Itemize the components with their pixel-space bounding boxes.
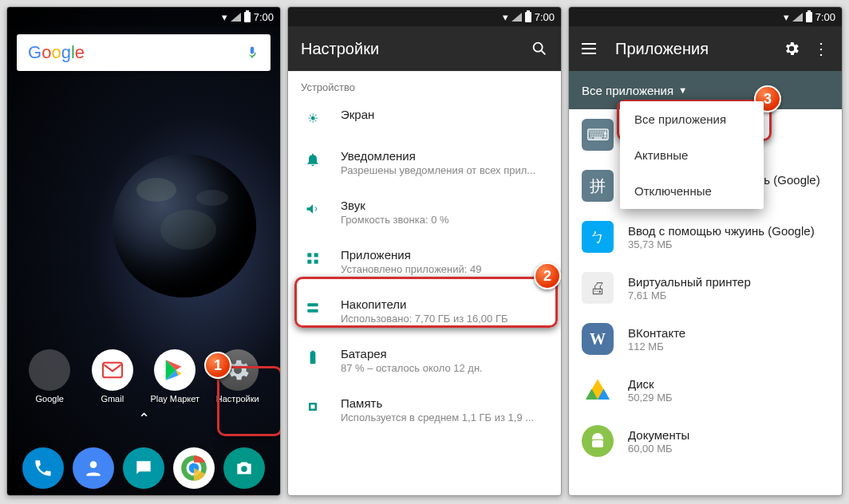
filter-option-all[interactable]: Все приложения <box>620 101 764 137</box>
row-sub: Используется в среднем 1,1 ГБ из 1,9 ... <box>341 411 534 423</box>
clock: 7:00 <box>815 11 835 23</box>
callout-1 <box>217 366 281 436</box>
wifi-icon: ▾ <box>784 11 789 23</box>
display-icon: ☀ <box>304 109 322 127</box>
clock: 7:00 <box>254 11 274 23</box>
row-title: Уведомления <box>341 149 535 163</box>
filter-option-disabled[interactable]: Отключенные <box>620 173 764 209</box>
wallpaper-planet <box>113 154 256 297</box>
row-title: ВКонтакте <box>628 326 685 340</box>
app-icon <box>582 425 614 457</box>
phone-settings: ▾ 7:00 Настройки Устройство ☀Экран Уведо… <box>287 6 562 496</box>
google-search-bar[interactable]: Google <box>17 34 270 71</box>
chevron-down-icon: ▼ <box>678 85 687 95</box>
app-gmail[interactable]: Gmail <box>85 349 140 404</box>
status-bar: ▾ 7:00 <box>7 7 280 26</box>
filter-option-active[interactable]: Активные <box>620 137 764 173</box>
dock-phone[interactable] <box>22 447 64 489</box>
app-row[interactable]: 🖨Виртуальный принтер7,61 МБ <box>569 262 842 313</box>
app-icon: 拼 <box>582 170 614 202</box>
row-display[interactable]: ☀Экран <box>288 96 561 138</box>
dock-camera[interactable] <box>223 447 265 489</box>
settings-appbar: Настройки <box>288 26 561 71</box>
row-title: Виртуальный принтер <box>628 275 751 289</box>
row-title: Ввод с помощью чжуинь (Google) <box>628 224 815 238</box>
app-row[interactable]: WВКонтакте112 МБ <box>569 313 842 364</box>
dock-contacts[interactable] <box>73 447 114 489</box>
phone-apps: ▾ 7:00 Приложения ⋮ Все приложения ▼ ⌨..… <box>568 6 843 496</box>
app-play-store[interactable]: Play Маркет <box>148 349 202 404</box>
wifi-icon: ▾ <box>503 11 508 23</box>
status-bar: ▾ 7:00 <box>569 7 842 26</box>
chevron-up-icon[interactable]: ⌃ <box>138 410 150 427</box>
battery-icon <box>525 12 531 22</box>
page-title: Приложения <box>615 40 709 58</box>
page-title: Настройки <box>301 40 379 58</box>
app-icon: W <box>582 323 614 355</box>
row-sub: Установлено приложений: 49 <box>341 263 481 275</box>
dock-chrome[interactable] <box>173 447 215 489</box>
app-row[interactable]: ㄅВвод с помощью чжуинь (Google)35,73 МБ <box>569 211 842 262</box>
row-title: Звук <box>341 199 449 212</box>
app-row[interactable]: Диск50,29 МБ <box>569 364 842 415</box>
clock: 7:00 <box>535 11 555 23</box>
badge-2: 2 <box>534 262 561 289</box>
gear-icon[interactable] <box>783 40 800 57</box>
row-title: Приложения <box>341 248 481 262</box>
battery-icon <box>244 12 251 22</box>
signal-icon <box>231 13 241 22</box>
apps-icon <box>304 250 322 267</box>
row-sub: Громкость звонка: 0 % <box>341 214 449 226</box>
section-header: Устройство <box>288 71 561 96</box>
row-battery[interactable]: Батарея87 % – осталось около 12 дн. <box>288 336 561 385</box>
dock <box>7 447 280 489</box>
svg-point-5 <box>534 43 543 52</box>
row-notifications[interactable]: УведомленияРазрешены уведомления от всех… <box>288 138 561 187</box>
svg-rect-16 <box>592 440 603 447</box>
app-google-folder[interactable]: Google <box>22 349 77 404</box>
signal-icon <box>511 13 522 22</box>
app-icon: 🖨 <box>582 272 614 304</box>
row-sub: 35,73 МБ <box>628 238 815 250</box>
dock-messages[interactable] <box>123 447 164 489</box>
memory-icon <box>304 398 322 415</box>
app-icon: ⌨ <box>582 119 614 151</box>
signal-icon <box>792 13 803 22</box>
row-sub: 112 МБ <box>628 341 685 352</box>
row-sub: 7,61 МБ <box>628 289 751 301</box>
svg-rect-13 <box>311 405 315 409</box>
app-label: Gmail <box>101 394 124 404</box>
row-sub: 50,29 МБ <box>628 392 673 404</box>
bell-icon <box>304 151 322 168</box>
row-sound[interactable]: ЗвукГромкость звонка: 0 % <box>288 187 561 237</box>
svg-rect-6 <box>307 253 311 257</box>
google-logo: Google <box>28 42 85 63</box>
phone-homescreen: ▾ 7:00 Google Google Gmail Play Маркет <box>6 6 281 496</box>
row-sub: 87 % – осталось около 12 дн. <box>341 362 483 374</box>
row-sub: 60,00 МБ <box>628 443 689 455</box>
filter-dropdown: Все приложения Активные Отключенные <box>620 101 764 209</box>
filter-selected: Все приложения <box>582 84 673 97</box>
row-title: Диск <box>628 377 673 391</box>
mic-icon[interactable] <box>245 45 259 60</box>
overflow-icon[interactable]: ⋮ <box>813 39 829 58</box>
row-title: Экран <box>341 108 374 121</box>
row-memory[interactable]: ПамятьИспользуется в среднем 1,1 ГБ из 1… <box>288 385 561 435</box>
row-title: Память <box>341 396 534 410</box>
row-title: Батарея <box>341 347 483 360</box>
svg-rect-9 <box>314 260 318 264</box>
apps-appbar: Приложения ⋮ <box>569 26 842 71</box>
badge-1: 1 <box>204 352 231 379</box>
wifi-icon: ▾ <box>222 11 227 23</box>
svg-rect-8 <box>307 260 311 264</box>
sound-icon <box>304 200 322 218</box>
row-title: Документы <box>628 428 689 442</box>
app-icon: ㄅ <box>582 221 614 253</box>
app-row[interactable]: Документы60,00 МБ <box>569 415 842 467</box>
svg-point-4 <box>241 466 247 472</box>
app-icon <box>582 374 614 406</box>
battery-icon <box>806 12 812 22</box>
search-icon[interactable] <box>531 40 548 57</box>
battery-icon <box>304 348 322 366</box>
hamburger-icon[interactable] <box>582 43 596 54</box>
